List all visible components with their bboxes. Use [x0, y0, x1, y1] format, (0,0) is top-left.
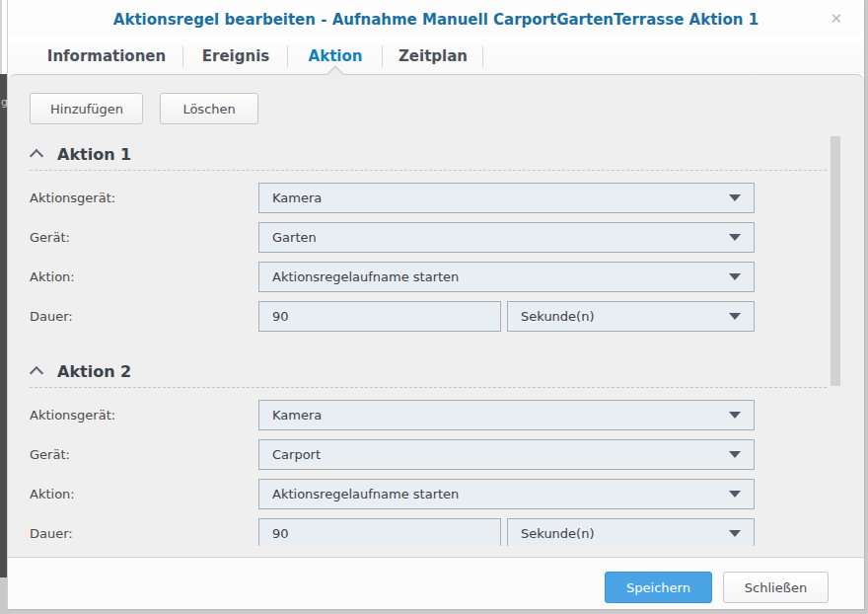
duration-unit-select[interactable]: Sekunde(n): [507, 301, 755, 332]
action-rule-edit-dialog: Aktionsregel bearbeiten - Aufnahme Manue…: [8, 0, 864, 609]
dropdown-arrow-icon: [729, 491, 741, 498]
action-list-scrollview: Hinzufügen Löschen Aktion 1 Aktionsgerät…: [8, 75, 864, 546]
delete-button[interactable]: Löschen: [160, 93, 258, 124]
action-select[interactable]: Aktionsregelaufname starten: [258, 479, 755, 509]
field-label: Aktion:: [30, 487, 258, 501]
dropdown-arrow-icon: [729, 451, 741, 458]
selected-value: Kamera: [272, 191, 729, 205]
dialog-footer: Speichern Schließen: [8, 557, 864, 609]
section-header-aktion-1: Aktion 1: [30, 142, 864, 166]
form-row-device: Gerät: Garten: [30, 222, 864, 253]
tab-zeitplan[interactable]: Zeitplan: [383, 38, 483, 74]
field-label: Dauer:: [30, 309, 258, 324]
tab-content-panel: Hinzufügen Löschen Aktion 1 Aktionsgerät…: [8, 74, 864, 557]
section-divider: [30, 387, 827, 388]
field-label: Dauer:: [30, 526, 258, 541]
dialog-title: Aktionsregel bearbeiten - Aufnahme Manue…: [8, 0, 864, 39]
form-row-action: Aktion: Aktionsregelaufname starten: [30, 262, 864, 292]
action-toolbar: Hinzufügen Löschen: [30, 93, 864, 124]
action-device-select[interactable]: Kamera: [258, 400, 755, 430]
dropdown-arrow-icon: [729, 313, 741, 320]
field-label: Aktionsgerät:: [30, 191, 258, 205]
save-button[interactable]: Speichern: [605, 572, 712, 603]
dialog-titlebar: Aktionsregel bearbeiten - Aufnahme Manue…: [8, 0, 864, 38]
scrollbar-thumb[interactable]: [831, 136, 840, 386]
dropdown-arrow-icon: [729, 234, 741, 241]
dropdown-arrow-icon: [729, 273, 741, 280]
chevron-up-icon[interactable]: [30, 149, 43, 163]
duration-input[interactable]: [258, 518, 501, 546]
action-device-select[interactable]: Kamera: [258, 183, 755, 213]
selected-value: Sekunde(n): [521, 526, 729, 541]
tab-bar: Informationen Ereignis Aktion Zeitplan: [8, 38, 864, 74]
selected-value: Kamera: [272, 408, 729, 422]
background-partial-text: g: [1, 96, 8, 109]
field-label: Gerät:: [30, 230, 258, 245]
duration-input[interactable]: [258, 301, 501, 332]
selected-value: Garten: [272, 230, 729, 245]
form-row-action-device: Aktionsgerät: Kamera: [30, 400, 864, 430]
device-select[interactable]: Garten: [258, 222, 755, 253]
field-label: Gerät:: [30, 447, 258, 462]
duration-unit-select[interactable]: Sekunde(n): [507, 518, 755, 546]
section-title: Aktion 1: [57, 145, 131, 164]
chevron-up-icon[interactable]: [30, 366, 43, 380]
dropdown-arrow-icon: [729, 530, 741, 537]
dropdown-arrow-icon: [729, 412, 741, 419]
form-row-action: Aktion: Aktionsregelaufname starten: [30, 479, 864, 509]
section-header-aktion-2: Aktion 2: [30, 359, 864, 383]
form-row-device: Gerät: Carport: [30, 439, 864, 470]
device-select[interactable]: Carport: [258, 439, 755, 470]
dropdown-arrow-icon: [729, 194, 741, 201]
form-row-action-device: Aktionsgerät: Kamera: [30, 183, 864, 213]
tab-ereignis[interactable]: Ereignis: [183, 38, 288, 74]
selected-value: Aktionsregelaufname starten: [272, 487, 729, 501]
field-label: Aktion:: [30, 269, 258, 284]
form-row-duration: Dauer: Sekunde(n): [30, 301, 864, 332]
close-button[interactable]: Schließen: [723, 572, 829, 603]
background-window-edge: [0, 0, 8, 74]
selected-value: Aktionsregelaufname starten: [272, 269, 729, 284]
field-label: Aktionsgerät:: [30, 408, 258, 422]
section-divider: [30, 170, 827, 171]
section-title: Aktion 2: [57, 362, 131, 381]
background-window-sliver: g: [0, 74, 8, 577]
action-select[interactable]: Aktionsregelaufname starten: [258, 262, 755, 292]
form-row-duration: Dauer: Sekunde(n): [30, 518, 864, 546]
selected-value: Sekunde(n): [521, 309, 729, 324]
tab-informationen[interactable]: Informationen: [30, 38, 183, 74]
selected-value: Carport: [272, 447, 729, 462]
close-icon[interactable]: ✕: [830, 0, 842, 38]
add-button[interactable]: Hinzufügen: [30, 93, 143, 124]
